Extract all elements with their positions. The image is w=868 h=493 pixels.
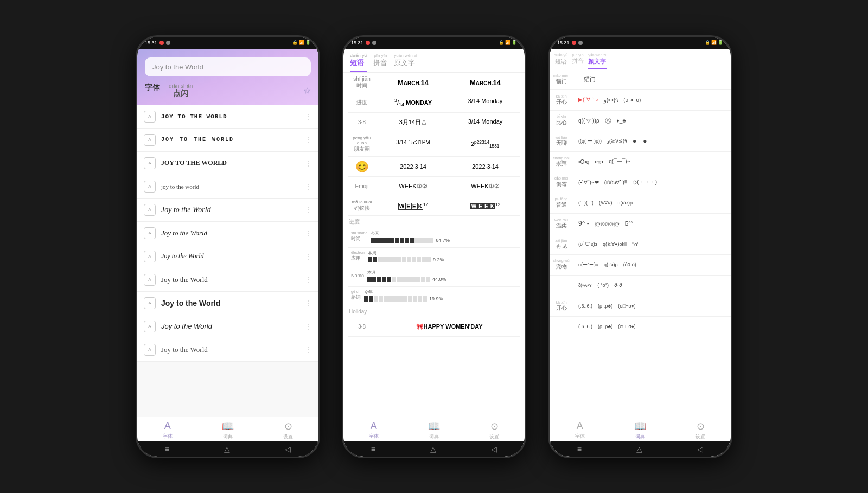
nav3-font-icon: A	[577, 420, 583, 432]
p2-label-holiday: 3·8	[349, 324, 375, 330]
font-text: joy to the world	[161, 183, 299, 190]
nav3-dict[interactable]: 📖 词典	[610, 420, 670, 440]
more-icon[interactable]: ⋮	[304, 276, 312, 284]
dot-red-2	[366, 41, 370, 45]
p2-val-mon1: 3/14 MONDAY	[379, 98, 447, 107]
list-item[interactable]: A Joy to the World ⋮	[137, 315, 318, 338]
tab-pinyin-label: 拼音	[373, 59, 387, 67]
p2-val-women: 🎀HAPPY WOMEN'DAY	[379, 323, 519, 330]
tab3-pinyin[interactable]: pīn yīn 拼音	[572, 53, 584, 69]
nav-settings-label: 设置	[283, 433, 293, 440]
sys2-home-btn[interactable]: △	[430, 445, 436, 453]
p3-label-kaixin2: kāi xīn 开心	[550, 296, 573, 316]
list-item[interactable]: A Joy to the World ⋮	[137, 292, 318, 315]
more-icon[interactable]: ⋮	[304, 159, 312, 168]
phone1-header: Joy to the World 字体 diǎn shǎn 点闪 ☆	[137, 49, 318, 105]
p3-sec-zaijian: zài jiàn 再见 (υˋᗜ´υ)з q(≧∀●)okll °o°	[550, 234, 731, 255]
p2-values-progress: 3/14 MONDAY 3/14 Monday	[379, 98, 519, 107]
list-item[interactable]: A JOY TO THE WORLD ⋮	[137, 105, 318, 129]
phone3-tabs: duǎn yǔ 短语 pīn yīn 拼音 yǎn wén zì 颜文字	[550, 49, 731, 69]
list-item[interactable]: A Joy to the World ⋮	[137, 222, 318, 245]
tab-font[interactable]: 字体	[145, 83, 160, 99]
time-3: 15:31	[557, 40, 570, 46]
nav2-font[interactable]: A 字体	[343, 420, 404, 440]
font-icon: A	[144, 274, 156, 286]
nav-font[interactable]: A 字体	[137, 420, 197, 440]
font-text: Joy to the World	[161, 345, 299, 354]
font-text: JOY TO THE WORLD	[161, 159, 299, 167]
p3-label-bixin: bǐ xīn 比心	[550, 111, 573, 131]
tab-original[interactable]: yuán wén zì 原文字	[394, 53, 417, 72]
p2-label-weekbox: mǎ lā kuài 蚂蚁快	[349, 200, 375, 212]
more-icon[interactable]: ⋮	[304, 206, 312, 214]
nav2-font-label: 字体	[369, 433, 379, 440]
more-icon[interactable]: ⋮	[304, 345, 312, 354]
list-item[interactable]: A JOY TO THE WORLD ⋮	[137, 152, 318, 175]
more-icon[interactable]: ⋮	[304, 322, 312, 331]
nav-dict[interactable]: 📖 词典	[197, 420, 258, 440]
search-box-1[interactable]: Joy to the World	[145, 57, 311, 76]
list-item[interactable]: A Joy to the World ⋮	[137, 338, 318, 362]
p3-chars-daomei: (•´∀`)~❤ (ﾟ∀ω∀ﾟ)!! ◇(・・・)	[573, 172, 731, 193]
sys-menu-btn[interactable]: ≡	[165, 445, 169, 453]
more-icon[interactable]: ⋮	[304, 229, 312, 238]
nav-settings[interactable]: ⊙ 设置	[258, 420, 318, 440]
p2-label-38: 3·8	[349, 119, 375, 125]
list-item[interactable]: A Joy to the World ⋮	[137, 268, 318, 292]
p2-row-emoji: 😊 2022·3·14 2022·3·14	[348, 157, 520, 177]
phone3-scroll[interactable]: māo mén 猫门 猫门 kāi xīn 开心 ▶(´∀｀♪	[550, 69, 731, 417]
sys3-back-btn[interactable]: ◁	[697, 445, 703, 453]
p3-chars-chongwu: u(ーˉー)u q( ω)ρ (ó0-ö)	[573, 255, 731, 275]
tab-phrases[interactable]: duǎn yǔ 短语	[350, 53, 367, 72]
p2-row-friends: péng yǒu quān 朋友圈 3/14 15:31PM 2p2231415…	[348, 132, 520, 157]
p2-val-date3: 2022·3·14	[379, 163, 447, 170]
dot-gray-1	[166, 41, 170, 45]
p2-row-progress: 进度 3/14 MONDAY 3/14 Monday	[348, 93, 520, 113]
p3-chars-bixin: q(( ̄▽ ̄))ρ ㊇ ♦_♣	[573, 111, 731, 131]
phone2-scroll[interactable]: shí jiān 时间 MARCH.14 MARCH.14 进度 3/14 MO…	[343, 73, 525, 417]
nav3-font[interactable]: A 字体	[550, 420, 610, 440]
list-item[interactable]: A joy to the world ⋮	[137, 175, 318, 199]
sys3-menu-btn[interactable]: ≡	[577, 445, 582, 453]
favorite-star[interactable]: ☆	[303, 86, 311, 96]
prog-pct-today: 64.7%	[436, 238, 450, 243]
p2-val-datetime2: 2p223141531	[451, 139, 519, 149]
nav3-settings[interactable]: ⊙ 设置	[671, 420, 731, 440]
p3-chars-putong: (´..)(..`) (///∇//) q(ω♪)ρ	[573, 193, 731, 213]
tab3-phrases[interactable]: duǎn yǔ 短语	[554, 53, 567, 69]
font-text: Joy to the World	[161, 299, 299, 308]
tab-pinyin-above: pīn yīn	[373, 53, 387, 58]
more-icon[interactable]: ⋮	[304, 136, 312, 144]
search-placeholder: Joy to the World	[152, 63, 203, 71]
status-icons-2: 🔒 📶 🔋	[499, 40, 517, 45]
tab3-yanwen[interactable]: yǎn wén zì 颜文字	[588, 53, 607, 69]
tab-dianshan[interactable]: diǎn shǎn 点闪	[169, 83, 193, 99]
sys2-menu-btn[interactable]: ≡	[371, 445, 375, 453]
p3-label-putong: pǔ tōng 普通	[550, 193, 573, 213]
time-2: 15:31	[351, 40, 363, 46]
more-icon[interactable]: ⋮	[304, 182, 312, 191]
more-icon[interactable]: ⋮	[304, 299, 312, 308]
p3-label-chongbai: chóng bài 崇拜	[550, 152, 573, 172]
more-icon[interactable]: ⋮	[304, 252, 312, 261]
nav2-dict[interactable]: 📖 词典	[404, 420, 464, 440]
list-item[interactable]: A Joy to the World ⋮	[137, 199, 318, 222]
p2-label-year: gé cí 格词	[351, 289, 361, 301]
more-icon[interactable]: ⋮	[304, 112, 312, 121]
font-text: Joy to the World	[161, 206, 299, 214]
list-item[interactable]: A JOY TO THE WORLD ⋮	[137, 129, 318, 152]
list-item[interactable]: A Joy to the World ⋮	[137, 245, 318, 268]
sys2-back-btn[interactable]: ◁	[491, 445, 497, 453]
nav2-settings[interactable]: ⊙ 设置	[464, 420, 525, 440]
p2-row-holiday: 3·8 🎀HAPPY WOMEN'DAY	[348, 317, 520, 337]
p2-val-datetime1: 3/14 15:31PM	[379, 139, 447, 149]
bottom-nav-2: A 字体 📖 词典 ⊙ 设置	[343, 417, 525, 441]
font-list: A JOY TO THE WORLD ⋮ A JOY TO THE WORLD …	[137, 105, 318, 417]
sys3-home-btn[interactable]: △	[636, 445, 642, 453]
tab-pinyin[interactable]: pīn yīn 拼音	[373, 53, 387, 72]
p3-sec-extra: (.6..6.) (ρ..ρ♣) (σ□¬σ♦)	[550, 317, 731, 337]
tab-orig-label: 原文字	[394, 59, 415, 67]
p3-label-wuliao: wú liáo 无聊	[550, 131, 573, 151]
sys-back-btn[interactable]: ◁	[285, 445, 291, 453]
sys-home-btn[interactable]: △	[224, 445, 230, 453]
